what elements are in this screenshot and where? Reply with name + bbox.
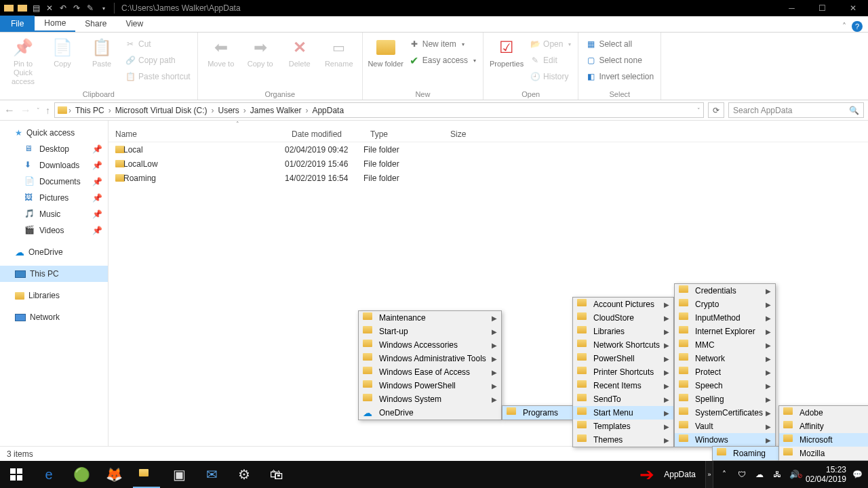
taskbar-mail-icon[interactable]: ✉ <box>195 461 228 488</box>
history-button[interactable]: 🕘History <box>527 69 574 84</box>
taskbar-chrome-icon[interactable]: 🟢 <box>65 461 98 488</box>
ribbon-collapse-icon[interactable]: ˄ <box>842 22 846 31</box>
maximize-button[interactable]: ☐ <box>807 0 837 16</box>
menu-item[interactable]: Network Shortcuts▶ <box>573 338 673 352</box>
menu-item[interactable]: PowerShell▶ <box>573 352 673 365</box>
tray-chevron-icon[interactable]: ˄ <box>717 470 731 479</box>
menu-item[interactable]: Start-up▶ <box>359 325 501 338</box>
delete-button[interactable]: ✕Delete <box>281 35 319 89</box>
taskbar-explorer-icon[interactable] <box>130 461 163 488</box>
menu-item[interactable]: Printer Shortcuts▶ <box>573 365 673 379</box>
menu-item[interactable]: Mozilla▶ <box>779 447 868 460</box>
taskbar-edge-icon[interactable]: e <box>33 461 65 488</box>
pin-to-quick-access-button[interactable]: 📌Pin to Quick access <box>4 35 42 89</box>
copy-button[interactable]: 📄Copy <box>43 35 81 89</box>
nav-pinned-item[interactable]: 🖥Desktop📌 <box>0 141 108 157</box>
breadcrumb-item[interactable]: Users <box>215 106 241 115</box>
taskbar-toolbar-chevron-icon[interactable]: » <box>705 461 713 488</box>
menu-item[interactable]: Adobe▶ <box>779 406 868 420</box>
menu-item[interactable]: Themes▶ <box>573 433 673 447</box>
table-row[interactable]: LocalLow01/02/2019 15:46File folder <box>108 157 868 171</box>
taskbar-store-icon[interactable]: 🛍 <box>260 461 293 488</box>
nav-network[interactable]: Network <box>0 309 108 325</box>
menu-item[interactable]: Windows Accessories▶ <box>359 338 501 352</box>
menu-item[interactable]: Windows System▶ <box>359 392 501 406</box>
taskbar-terminal-icon[interactable]: ▣ <box>163 461 195 488</box>
qat-delete-icon[interactable]: ✕ <box>43 2 56 14</box>
menu-item[interactable]: Windows Administrative Tools▶ <box>359 352 501 365</box>
taskbar-firefox-icon[interactable]: 🦊 <box>98 461 130 488</box>
taskbar-clock[interactable]: 15:23 02/04/2019 <box>806 465 846 484</box>
nav-pinned-item[interactable]: ⬇Downloads📌 <box>0 157 108 174</box>
paste-shortcut-button[interactable]: 📋Paste shortcut <box>122 69 193 84</box>
menu-item[interactable]: Recent Items▶ <box>573 379 673 392</box>
properties-button[interactable]: ☑Properties <box>488 35 526 89</box>
nav-pinned-item[interactable]: 📄Documents📌 <box>0 174 108 190</box>
search-input[interactable]: Search AppData 🔍 <box>728 102 864 118</box>
new-item-button[interactable]: ✚New item▾ <box>406 37 479 52</box>
col-size[interactable]: Size <box>443 129 498 139</box>
up-button[interactable]: ↑ <box>45 105 50 116</box>
tray-volume-icon[interactable]: 🔊⊘ <box>788 470 802 479</box>
copy-to-button[interactable]: ➡Copy to <box>241 35 279 89</box>
menu-item[interactable]: Affinity▶ <box>779 420 868 433</box>
move-to-button[interactable]: ⬅Move to <box>202 35 240 89</box>
breadcrumb-item[interactable]: Microsoft Virtual Disk (C:) <box>113 106 210 115</box>
copy-path-button[interactable]: 🔗Copy path <box>122 53 193 68</box>
table-row[interactable]: Roaming14/02/2019 16:54File folder <box>108 171 868 185</box>
col-name[interactable]: Name <box>108 129 285 139</box>
tab-file[interactable]: File <box>0 16 35 32</box>
back-button[interactable]: ← <box>4 104 15 117</box>
address-dropdown-icon[interactable]: ˅ <box>697 107 701 114</box>
menu-item[interactable]: InputMethod▶ <box>675 311 775 325</box>
forward-button[interactable]: → <box>20 104 31 117</box>
tab-share[interactable]: Share <box>75 16 116 32</box>
col-date[interactable]: Date modified <box>285 129 363 139</box>
menu-item[interactable]: Account Pictures▶ <box>573 298 673 311</box>
qat-rename-icon[interactable]: ✎ <box>84 2 96 14</box>
select-none-button[interactable]: ▢Select none <box>583 53 656 68</box>
select-all-button[interactable]: ▦Select all <box>583 37 656 52</box>
qat-dropdown-icon[interactable]: ▾ <box>98 2 110 14</box>
nav-pinned-item[interactable]: 🎬Videos📌 <box>0 222 108 239</box>
menu-item[interactable]: Microsoft▶ <box>779 433 868 447</box>
nav-pinned-item[interactable]: 🖼Pictures📌 <box>0 190 108 206</box>
menu-item[interactable]: CloudStore▶ <box>573 311 673 325</box>
qat-props-icon[interactable]: ▤ <box>30 2 42 14</box>
refresh-button[interactable]: ⟳ <box>708 102 724 118</box>
breadcrumb-item[interactable]: James Walker <box>248 106 304 115</box>
menu-item[interactable]: Crypto▶ <box>675 298 775 311</box>
menu-item[interactable]: SendTo▶ <box>573 392 673 406</box>
cut-button[interactable]: ✂Cut <box>122 37 193 52</box>
menu-item[interactable]: Speech▶ <box>675 379 775 392</box>
menu-item[interactable]: Libraries▶ <box>573 325 673 338</box>
tab-view[interactable]: View <box>116 16 153 32</box>
address-bar[interactable]: › This PC› Microsoft Virtual Disk (C:)› … <box>54 102 704 118</box>
col-type[interactable]: Type <box>363 129 443 139</box>
table-row[interactable]: Local02/04/2019 09:42File folder <box>108 142 868 157</box>
menu-item[interactable]: Network▶ <box>675 352 775 365</box>
qat-redo-icon[interactable]: ↷ <box>71 2 83 14</box>
tray-onedrive-icon[interactable]: ☁ <box>753 470 766 479</box>
qat-undo-icon[interactable]: ↶ <box>57 2 69 14</box>
edit-button[interactable]: ✎Edit <box>527 53 574 68</box>
open-button[interactable]: 📂Open▾ <box>527 37 574 52</box>
menu-item[interactable]: SystemCertificates▶ <box>675 406 775 420</box>
menu-item[interactable]: Start Menu▶ <box>573 406 673 420</box>
menu-item[interactable]: Vault▶ <box>675 420 775 433</box>
invert-selection-button[interactable]: ◧Invert selection <box>583 69 656 84</box>
minimize-button[interactable]: ─ <box>776 0 807 16</box>
taskbar-toolbar-appdata[interactable]: AppData <box>658 461 701 488</box>
menu-item[interactable]: Templates▶ <box>573 420 673 433</box>
menu-item[interactable]: Credentials▶ <box>675 284 775 298</box>
menu-item[interactable]: Maintenance▶ <box>359 311 501 325</box>
new-folder-button[interactable]: New folder <box>367 35 405 89</box>
paste-button[interactable]: 📋Paste <box>83 35 121 89</box>
menu-item[interactable]: Windows PowerShell▶ <box>359 379 501 392</box>
menu-item[interactable]: Windows Ease of Access▶ <box>359 365 501 379</box>
nav-pinned-item[interactable]: 🎵Music📌 <box>0 206 108 222</box>
close-button[interactable]: ✕ <box>837 0 868 16</box>
taskbar-settings-icon[interactable]: ⚙ <box>228 461 260 488</box>
menu-item[interactable]: Internet Explorer▶ <box>675 325 775 338</box>
start-button[interactable] <box>0 461 33 488</box>
